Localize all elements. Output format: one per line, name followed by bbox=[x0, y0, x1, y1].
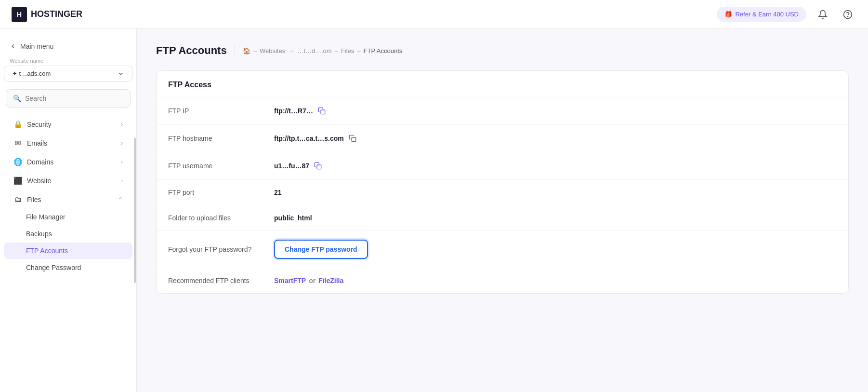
ftp-clients-row: Recommended FTP clients SmartFTP or File… bbox=[157, 268, 848, 293]
top-nav: H HOSTINGER 🎁 Refer & Earn 400 USD bbox=[0, 0, 868, 29]
logo-text: HOSTINGER bbox=[31, 9, 82, 19]
page-title: FTP Accounts bbox=[156, 44, 227, 57]
ftp-username-copy-button[interactable] bbox=[313, 161, 323, 171]
ftp-forgot-label: Forgot your FTP password? bbox=[168, 245, 274, 253]
ftp-hostname-copy-button[interactable] bbox=[348, 134, 357, 143]
ftp-password-row: Forgot your FTP password? Change FTP pas… bbox=[157, 231, 848, 268]
svg-rect-2 bbox=[321, 110, 325, 114]
sidebar-item-files-label: Files bbox=[27, 196, 41, 203]
ftp-ip-row: FTP IP ftp://t…R7… bbox=[157, 97, 848, 125]
files-icon: 🗂 bbox=[13, 195, 22, 203]
help-button[interactable] bbox=[839, 6, 856, 23]
ftp-username-label: FTP username bbox=[168, 162, 274, 170]
notifications-button[interactable] bbox=[814, 6, 831, 23]
scrollbar-thumb[interactable] bbox=[134, 138, 136, 283]
main-menu-back[interactable]: Main menu bbox=[0, 39, 136, 58]
sidebar-item-domains[interactable]: 🌐 Domains › bbox=[4, 153, 132, 171]
ftp-hostname-text: ftp://tp.t…ca.t…s.com bbox=[274, 135, 344, 142]
sidebar-subitem-file-manager[interactable]: File Manager bbox=[4, 209, 132, 225]
change-ftp-password-button[interactable]: Change FTP password bbox=[274, 240, 368, 259]
sidebar: Main menu Website name ✦ t…ads.com 🔍 🔒 S… bbox=[0, 29, 137, 392]
svg-rect-3 bbox=[352, 137, 356, 142]
sidebar-item-emails[interactable]: ✉ Emails › bbox=[4, 134, 132, 152]
ftp-username-text: u1…fu…87 bbox=[274, 162, 309, 170]
page-header: FTP Accounts 🏠 – Websites → …t…d….om – F… bbox=[156, 44, 849, 57]
logo: H HOSTINGER bbox=[12, 7, 82, 22]
sidebar-item-files[interactable]: 🗂 Files ⌃ bbox=[4, 190, 132, 208]
chevron-icon: › bbox=[121, 140, 123, 147]
ftp-ip-text: ftp://t…R7… bbox=[274, 107, 313, 115]
security-icon: 🔒 bbox=[13, 120, 22, 129]
svg-rect-4 bbox=[317, 165, 321, 169]
breadcrumb-sep3: – bbox=[335, 47, 338, 54]
ftp-clients-label: Recommended FTP clients bbox=[168, 277, 274, 284]
ftp-or-text: or bbox=[309, 277, 316, 284]
filezilla-link[interactable]: FileZilla bbox=[318, 277, 343, 284]
sidebar-item-website[interactable]: ⬛ Website › bbox=[4, 172, 132, 190]
ftp-port-value: 21 bbox=[274, 189, 282, 196]
ftp-port-row: FTP port 21 bbox=[157, 180, 848, 205]
search-box[interactable]: 🔍 bbox=[6, 89, 131, 108]
ftp-clients-list: SmartFTP or FileZilla bbox=[274, 277, 343, 284]
ftp-folder-value: public_html bbox=[274, 214, 312, 222]
layout: Main menu Website name ✦ t…ads.com 🔍 🔒 S… bbox=[0, 29, 868, 392]
ftp-clients-value: SmartFTP or FileZilla bbox=[274, 277, 343, 284]
breadcrumb-home-icon: 🏠 bbox=[243, 47, 250, 54]
breadcrumb-sep4: – bbox=[357, 47, 360, 54]
breadcrumb-files: Files bbox=[341, 47, 354, 54]
website-selector[interactable]: ✦ t…ads.com bbox=[4, 66, 132, 81]
globe-icon: 🌐 bbox=[13, 158, 22, 166]
search-input[interactable] bbox=[25, 95, 123, 102]
email-icon: ✉ bbox=[13, 139, 22, 148]
sidebar-item-domains-label: Domains bbox=[27, 158, 53, 166]
website-icon: ⬛ bbox=[13, 176, 22, 185]
ftp-ip-label: FTP IP bbox=[168, 107, 274, 115]
ftp-username-row: FTP username u1…fu…87 bbox=[157, 152, 848, 180]
ftp-password-action: Change FTP password bbox=[274, 240, 368, 259]
breadcrumb: 🏠 – Websites → …t…d….om – Files – FTP Ac… bbox=[243, 47, 403, 54]
ftp-ip-copy-button[interactable] bbox=[317, 106, 327, 116]
sidebar-item-security[interactable]: 🔒 Security › bbox=[4, 115, 132, 134]
website-selector-value: ✦ t…ads.com bbox=[12, 70, 51, 77]
ftp-hostname-row: FTP hostname ftp://tp.t…ca.t…s.com bbox=[157, 125, 848, 152]
ftp-port-text: 21 bbox=[274, 189, 282, 196]
breadcrumb-sep1: – bbox=[253, 47, 257, 54]
refer-earn-button[interactable]: 🎁 Refer & Earn 400 USD bbox=[717, 7, 806, 22]
ftp-hostname-value: ftp://tp.t…ca.t…s.com bbox=[274, 134, 357, 143]
chevron-icon: › bbox=[121, 159, 123, 165]
breadcrumb-current: FTP Accounts bbox=[364, 47, 403, 54]
header-divider bbox=[235, 45, 235, 56]
smartftp-link[interactable]: SmartFTP bbox=[274, 277, 306, 284]
website-name-label: Website name bbox=[0, 58, 136, 66]
scrollbar-track bbox=[133, 29, 136, 392]
top-nav-right: 🎁 Refer & Earn 400 USD bbox=[717, 6, 856, 23]
ftp-folder-text: public_html bbox=[274, 214, 312, 222]
search-icon: 🔍 bbox=[13, 95, 21, 102]
ftp-access-title: FTP Access bbox=[157, 71, 848, 97]
ftp-ip-value: ftp://t…R7… bbox=[274, 106, 327, 116]
breadcrumb-sep2: → bbox=[288, 47, 294, 54]
logo-icon: H bbox=[12, 7, 27, 22]
sidebar-subitem-change-password[interactable]: Change Password bbox=[4, 259, 132, 276]
sidebar-subitem-backups[interactable]: Backups bbox=[4, 226, 132, 242]
sidebar-subitem-ftp-accounts[interactable]: FTP Accounts bbox=[4, 243, 132, 259]
ftp-port-label: FTP port bbox=[168, 189, 274, 196]
chevron-icon: › bbox=[121, 121, 123, 128]
chevron-icon: › bbox=[121, 177, 123, 184]
ftp-username-value: u1…fu…87 bbox=[274, 161, 323, 171]
breadcrumb-websites: Websites bbox=[260, 47, 285, 54]
gift-icon: 🎁 bbox=[724, 11, 732, 18]
ftp-hostname-label: FTP hostname bbox=[168, 135, 274, 142]
chevron-up-icon: ⌃ bbox=[118, 196, 123, 203]
sidebar-item-website-label: Website bbox=[27, 177, 51, 185]
sidebar-item-emails-label: Emails bbox=[27, 139, 47, 147]
sidebar-item-security-label: Security bbox=[27, 121, 52, 128]
ftp-folder-row: Folder to upload files public_html bbox=[157, 205, 848, 231]
main-content: FTP Accounts 🏠 – Websites → …t…d….om – F… bbox=[137, 29, 868, 392]
ftp-folder-label: Folder to upload files bbox=[168, 214, 274, 222]
ftp-access-card: FTP Access FTP IP ftp://t…R7… FTP hostna… bbox=[156, 70, 849, 294]
breadcrumb-domain: …t…d….om bbox=[297, 47, 332, 54]
